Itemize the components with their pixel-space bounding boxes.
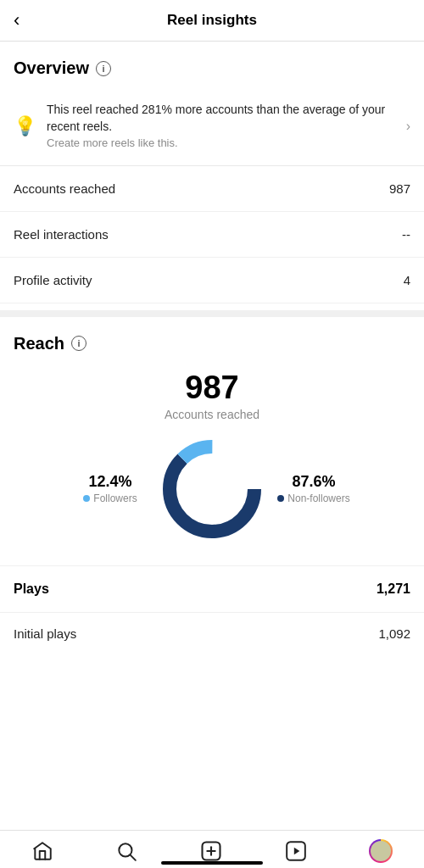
- overview-section: Overview i 💡 This reel reached 281% more…: [0, 42, 424, 165]
- donut-chart: [153, 430, 271, 548]
- plays-value: 1,271: [377, 581, 410, 597]
- svg-marker-8: [294, 848, 300, 855]
- insight-main-text: This reel reached 281% more accounts tha…: [47, 103, 385, 133]
- profile-activity-value: 4: [404, 273, 410, 287]
- lightbulb-icon: 💡: [14, 115, 36, 137]
- nav-search[interactable]: [115, 840, 137, 862]
- nav-profile[interactable]: [369, 839, 393, 863]
- initial-plays-label: Initial plays: [14, 626, 76, 641]
- accounts-reached-label: Accounts reached: [14, 181, 115, 196]
- nav-home[interactable]: [31, 840, 53, 862]
- chevron-right-icon: ›: [406, 119, 410, 134]
- reel-interactions-label: Reel interactions: [14, 227, 109, 242]
- stats-row-reel-interactions: Reel interactions --: [0, 212, 424, 258]
- overview-title: Overview i: [14, 58, 410, 78]
- page-header: ‹ Reel insights: [0, 0, 424, 42]
- followers-pct: 12.4%: [68, 473, 153, 491]
- plays-section: Plays 1,271 Initial plays 1,092: [0, 565, 424, 654]
- accounts-reached-value: 987: [389, 181, 410, 196]
- plays-label: Plays: [14, 581, 49, 597]
- stats-row-accounts-reached: Accounts reached 987: [0, 166, 424, 212]
- back-button[interactable]: ‹: [14, 9, 20, 31]
- insight-card[interactable]: 💡 This reel reached 281% more accounts t…: [14, 92, 410, 165]
- section-divider: [0, 310, 424, 317]
- followers-legend: 12.4% Followers: [68, 473, 153, 504]
- donut-chart-area: 12.4% Followers: [14, 430, 410, 548]
- non-followers-legend: 87.6% Non-followers: [271, 473, 356, 504]
- profile-avatar: [369, 839, 393, 863]
- initial-plays-row: Initial plays 1,092: [0, 612, 424, 654]
- page-title: Reel insights: [167, 12, 257, 29]
- insight-sub-text: Create more reels like this.: [47, 136, 178, 149]
- reach-title: Reach i: [14, 334, 410, 353]
- reach-info-icon[interactable]: i: [71, 336, 86, 351]
- reach-numbers: 987 Accounts reached: [14, 370, 410, 421]
- stats-row-profile-activity: Profile activity 4: [0, 258, 424, 303]
- profile-activity-label: Profile activity: [14, 273, 92, 287]
- nav-reels[interactable]: [285, 840, 307, 862]
- reach-title-text: Reach: [14, 334, 64, 353]
- home-indicator: [161, 861, 263, 865]
- followers-dot: [83, 495, 90, 502]
- avatar-inner: [371, 841, 391, 861]
- non-followers-dot: [277, 495, 284, 502]
- insight-card-body: This reel reached 281% more accounts tha…: [47, 102, 396, 152]
- reach-section: Reach i 987 Accounts reached 12.4% Follo…: [0, 317, 424, 548]
- plays-row: Plays 1,271: [0, 565, 424, 612]
- svg-point-0: [170, 447, 254, 531]
- nav-add[interactable]: [199, 839, 223, 863]
- reach-big-number: 987: [14, 370, 410, 406]
- reach-sub-label: Accounts reached: [14, 408, 410, 421]
- followers-label: Followers: [68, 492, 153, 504]
- overview-info-icon[interactable]: i: [96, 61, 111, 76]
- overview-title-text: Overview: [14, 58, 89, 78]
- non-followers-label: Non-followers: [271, 492, 356, 504]
- non-followers-pct: 87.6%: [271, 473, 356, 491]
- initial-plays-value: 1,092: [378, 626, 410, 641]
- svg-line-3: [131, 855, 136, 860]
- reel-interactions-value: --: [402, 227, 410, 242]
